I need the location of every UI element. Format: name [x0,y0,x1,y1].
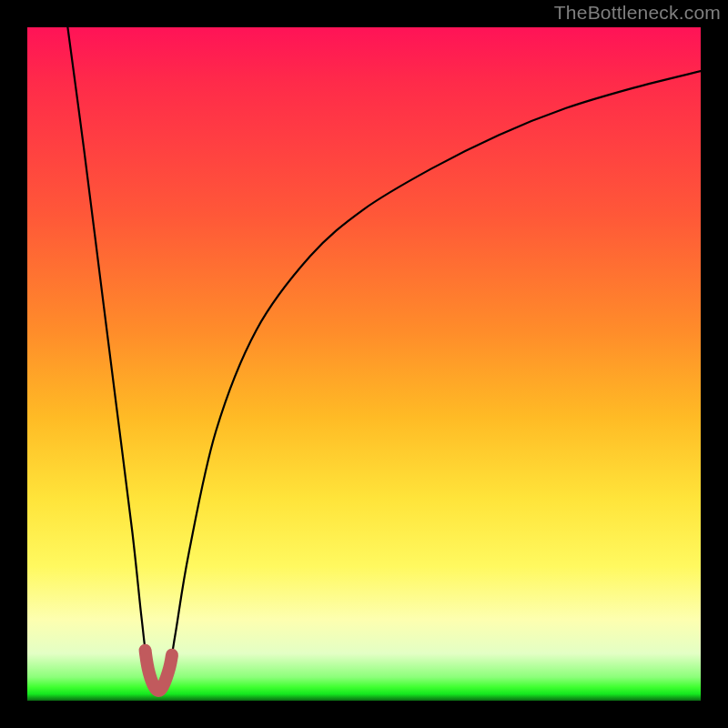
watermark: TheBottleneck.com [554,2,721,24]
bottleneck-curve [27,27,701,701]
plot-area [27,27,701,701]
chart-frame: TheBottleneck.com [0,0,728,728]
